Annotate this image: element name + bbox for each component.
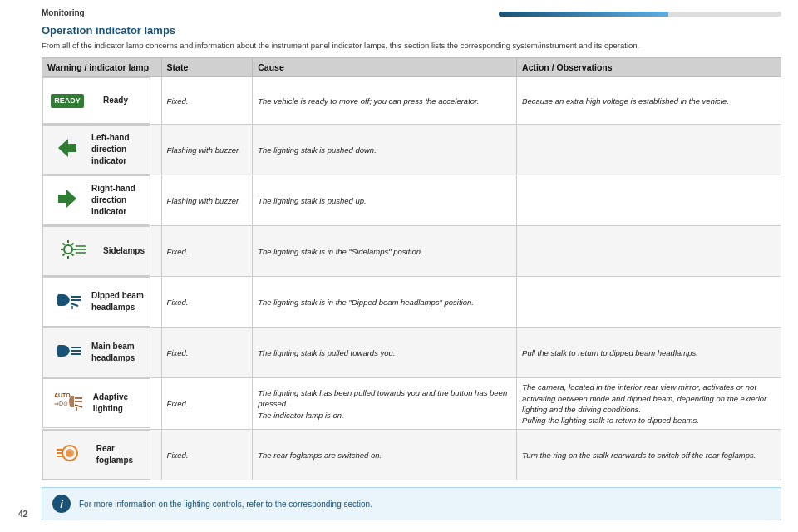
col-header-action: Action / Observations [517,58,781,77]
warning-cell: Main beam headlamps [42,328,150,377]
svg-point-2 [64,245,72,254]
table-row: AUTO ⇒D⊙ Adaptive lighting Fixed.The lig… [42,378,781,430]
action-cell [517,226,781,277]
warning-label: Left-hand direction indicator [91,132,145,167]
table-header-row: Warning / indicator lamp State Cause Act… [42,58,781,77]
lamp-icon-cell: AUTO ⇒D⊙ [48,382,88,424]
svg-line-7 [62,244,64,245]
state-cell: Fixed. [161,226,253,277]
lamp-icon-cell: READY [48,81,98,120]
warning-label: Right-hand direction indicator [91,183,145,218]
warning-cell: Right-hand direction indicator [42,175,150,225]
indicator-lamps-table: Warning / indicator lamp State Cause Act… [42,57,781,480]
action-cell [517,277,781,328]
section-description: From all of the indicator lamp concerns … [42,40,781,51]
svg-line-25 [75,405,82,407]
sidelamps-icon [57,234,89,265]
cause-cell: The lighting stalk has been pulled towar… [253,378,517,430]
lamp-icon-cell [48,129,86,170]
action-cell [517,175,781,226]
table-row: Left-hand direction indicator Flashing w… [42,125,781,175]
warning-label: Main beam headlamps [91,341,145,364]
warning-cell: Sidelamps [42,226,150,276]
action-cell [517,125,781,175]
warning-cell: READY Ready [42,77,150,124]
cause-cell: The rear foglamps are switched on. [253,430,517,480]
table-row: ❊ Rear foglamps Fixed.The rear foglamps … [42,430,781,480]
table-row: Main beam headlamps Fixed.The lighting s… [42,328,781,378]
progress-bar-fill [499,12,668,17]
adaptive-lighting-icon: AUTO ⇒D⊙ [52,386,84,417]
warning-label: Sidelamps [103,245,145,257]
state-cell: Flashing with buzzer. [161,175,253,226]
main-beam-icon [52,335,83,367]
action-cell: Because an extra high voltage is establi… [517,77,781,125]
state-cell: Flashing with buzzer. [161,125,253,175]
warning-label: Adaptive lighting [93,392,145,415]
state-cell: Fixed. [161,77,253,125]
lamp-icon-cell [48,180,86,221]
col-header-state: State [161,58,253,77]
warning-cell: ❊ Rear foglamps [42,430,150,480]
action-cell: Pull the stalk to return to dipped beam … [517,328,781,378]
ready-icon: READY [51,94,84,108]
svg-text:⇒D⊙: ⇒D⊙ [54,401,68,406]
info-icon: i [52,495,71,513]
state-cell: Fixed. [161,430,253,480]
col-header-cause: Cause [253,58,517,77]
svg-text:❊: ❊ [66,450,72,459]
page-title: Operation indicator lamps [42,24,781,37]
arrow-left-icon [52,132,83,164]
section-header: Monitoring [42,8,85,17]
lamp-icon-cell: ❊ [48,434,91,475]
table-row: Dipped beam headlamps Fixed.The lighting… [42,277,781,328]
arrow-right-icon [52,183,83,214]
info-bar-text: For more information on the lighting con… [79,500,372,509]
col-header-warning: Warning / indicator lamp [42,58,162,77]
warning-label: Ready [103,95,128,106]
warning-cell: AUTO ⇒D⊙ Adaptive lighting [42,378,150,428]
warning-label: Dipped beam headlamps [91,290,145,313]
svg-line-16 [71,303,78,306]
table-row: READY Ready Fixed.The vehicle is ready t… [42,77,781,125]
svg-line-9 [71,244,73,245]
cause-cell: The lighting stalk is pulled towards you… [253,328,517,378]
svg-text:AUTO: AUTO [54,392,71,398]
action-cell: The camera, located in the interior rear… [517,378,781,430]
cause-cell: The lighting stalk is pushed down. [253,125,517,175]
warning-label: Rear foglamps [96,443,145,466]
table-row: Sidelamps Fixed.The lighting stalk is in… [42,226,781,277]
lamp-icon-cell [48,230,98,272]
cause-cell: The vehicle is ready to move off; you ca… [253,77,517,125]
cause-cell: The lighting stalk is in the "Dipped bea… [253,277,517,328]
cause-cell: The lighting stalk is pushed up. [253,175,517,226]
page-number: 42 [18,510,27,519]
svg-line-8 [71,254,73,255]
info-bar: i For more information on the lighting c… [42,487,781,520]
state-cell: Fixed. [161,378,253,430]
warning-cell: Left-hand direction indicator [42,125,150,175]
svg-marker-0 [58,139,76,157]
table-row: Right-hand direction indicator Flashing … [42,175,781,226]
action-cell: Turn the ring on the stalk rearwards to … [517,430,781,480]
svg-marker-1 [58,190,76,208]
lamp-icon-cell [48,281,86,323]
state-cell: Fixed. [161,328,253,378]
lamp-icon-cell [48,332,86,373]
rear-foglamp-icon: ❊ [54,437,86,469]
state-cell: Fixed. [161,277,253,328]
warning-cell: Dipped beam headlamps [42,277,150,327]
svg-line-10 [62,254,64,255]
progress-bar [499,12,781,17]
dipped-beam-icon [52,284,83,316]
cause-cell: The lighting stalk is in the "Sidelamps"… [253,226,517,277]
